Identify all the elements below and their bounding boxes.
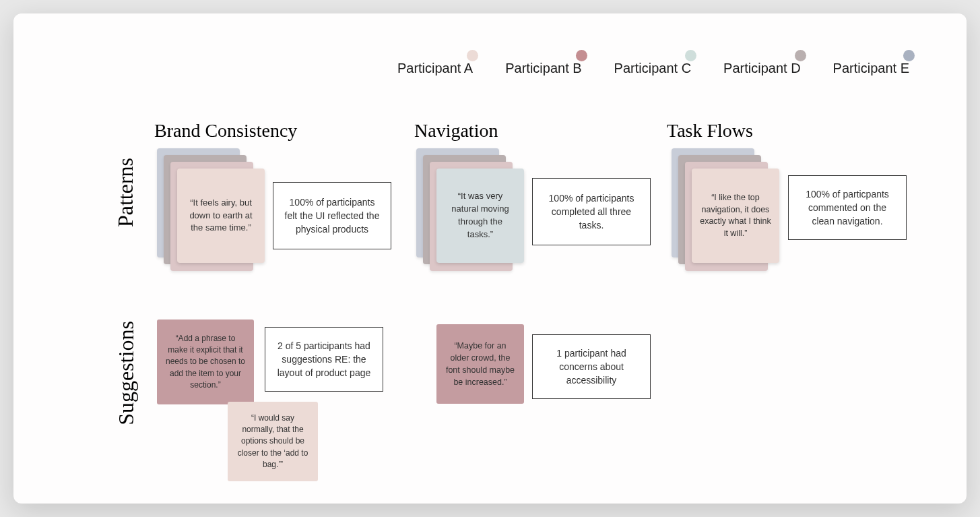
legend-dot-e xyxy=(903,50,915,61)
summary-box-brand-patterns: 100% of participants felt the UI reflect… xyxy=(273,182,391,249)
column-header-brand: Brand Consistency xyxy=(154,120,297,142)
summary-box-nav-patterns: 100% of participants completed all three… xyxy=(532,178,651,245)
column-header-taskflows: Task Flows xyxy=(667,120,753,142)
row-label-patterns: Patterns xyxy=(113,158,138,227)
legend-item-a: Participant A xyxy=(397,61,473,76)
quote-card-brand-sugg-1: “Add a phrase to make it explicit that i… xyxy=(157,320,254,404)
quote-card-brand-patterns: “It feels airy, but down to earth at the… xyxy=(177,169,265,263)
quote-card-brand-sugg-2: “I would say normally, that the options … xyxy=(228,402,318,481)
legend-label: Participant B xyxy=(505,61,581,76)
quote-card-taskflows-patterns: “I like the top navigation, it does exac… xyxy=(692,169,779,263)
legend-item-c: Participant C xyxy=(614,61,692,76)
column-header-navigation: Navigation xyxy=(414,120,498,142)
row-label-suggestions: Suggestions xyxy=(114,321,139,425)
legend-item-e: Participant E xyxy=(833,61,909,76)
legend-label: Participant C xyxy=(614,61,692,76)
legend-dot-b xyxy=(576,50,587,61)
quote-card-nav-sugg: “Maybe for an older crowd, the font shou… xyxy=(436,324,524,404)
participant-legend: Participant A Participant B Participant … xyxy=(397,61,909,76)
summary-box-nav-sugg: 1 participant had concerns about accessi… xyxy=(532,334,651,399)
legend-label: Participant D xyxy=(723,61,801,76)
quote-card-nav-patterns: “It was very natural moving through the … xyxy=(436,169,524,263)
legend-item-d: Participant D xyxy=(723,61,801,76)
legend-label: Participant A xyxy=(397,61,473,76)
legend-dot-c xyxy=(685,50,696,61)
summary-box-brand-sugg: 2 of 5 participants had suggestions RE: … xyxy=(265,327,383,392)
legend-label: Participant E xyxy=(833,61,909,76)
slide-container: Participant A Participant B Participant … xyxy=(13,13,967,504)
summary-box-taskflows-patterns: 100% of particpants commented on the cle… xyxy=(788,175,907,240)
legend-item-b: Participant B xyxy=(505,61,581,76)
legend-dot-a xyxy=(467,50,478,61)
legend-dot-d xyxy=(795,50,806,61)
